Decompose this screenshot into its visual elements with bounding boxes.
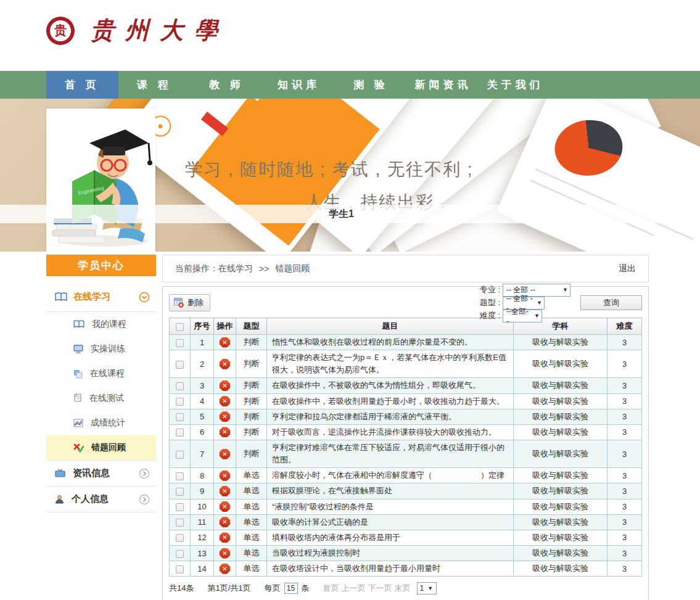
cell-difficulty: 3 <box>607 393 642 409</box>
filter-select-2[interactable]: --全部--▼ <box>503 310 542 323</box>
wrong-review-icon <box>73 443 84 453</box>
main-area: 当前操作： 在线学习 >> 错题回顾 退出 <box>162 255 649 600</box>
remove-row-icon[interactable]: ✕ <box>220 471 230 481</box>
delete-button-label: 删除 <box>187 297 204 308</box>
remove-row-icon[interactable]: ✕ <box>220 411 230 422</box>
cell-subject: 吸收与解吸实验 <box>514 424 607 440</box>
nav-item-0[interactable]: 首 页 <box>46 71 118 99</box>
table-row-10: 10✕单选“液膜控制”吸收过程的条件是吸收与解吸实验3 <box>170 499 642 514</box>
filter-label: 专业 : <box>480 284 500 295</box>
cell-difficulty: 3 <box>607 530 642 545</box>
chart-icon <box>73 419 83 428</box>
filter-label: 题型 : <box>480 297 500 308</box>
table-header-row: 序号操作题型题目学科难度 <box>170 318 642 335</box>
cell-question: 亨利定律对难溶气体在常压下较适应，对易溶气体仅适用于很小的范围。 <box>267 440 514 467</box>
sidebar-subitem-label: 我的课程 <box>92 319 126 330</box>
cell-question: 对于吸收而言，逆流操作比并流操作课获得较大的吸收推动力。 <box>267 424 514 440</box>
row-checkbox[interactable] <box>176 451 184 459</box>
per-page-input[interactable] <box>284 583 298 594</box>
cell-subject: 吸收与解吸实验 <box>514 514 607 530</box>
pie-chart-graphic <box>552 117 625 179</box>
sidebar-subitem-3[interactable]: 在线测试 <box>46 386 156 411</box>
select-all-checkbox[interactable] <box>176 323 184 331</box>
row-checkbox[interactable] <box>176 429 184 437</box>
cell-seq: 2 <box>191 350 214 378</box>
search-button[interactable]: 查询 <box>580 295 642 310</box>
pager-link-0[interactable]: 首页 <box>323 583 339 593</box>
caret-down-icon: ▼ <box>533 300 542 306</box>
nav-item-6[interactable]: 关于我们 <box>479 71 551 99</box>
remove-row-icon[interactable]: ✕ <box>220 548 230 559</box>
chevron-right-circle-icon[interactable] <box>139 468 150 479</box>
sidebar-section-1[interactable]: 个人信息 <box>46 486 156 512</box>
remove-row-icon[interactable]: ✕ <box>220 427 230 437</box>
remove-row-icon[interactable]: ✕ <box>220 396 230 406</box>
book-icon <box>73 320 84 329</box>
column-header: 难度 <box>607 318 642 335</box>
remove-row-icon[interactable]: ✕ <box>220 564 230 574</box>
cell-qtype: 单选 <box>236 499 267 514</box>
remove-row-icon[interactable]: ✕ <box>220 359 230 369</box>
nav-item-3[interactable]: 知识库 <box>263 71 335 99</box>
nav-item-5[interactable]: 新闻资讯 <box>407 71 479 99</box>
page-select[interactable]: 1 ▼ <box>417 582 437 594</box>
chevron-right-circle-icon[interactable] <box>139 494 150 505</box>
row-checkbox[interactable] <box>176 398 184 406</box>
breadcrumb-current: 错题回顾 <box>275 263 310 274</box>
row-checkbox[interactable] <box>176 413 184 421</box>
sidebar-subitem-2[interactable]: 在线课程 <box>46 361 156 386</box>
row-checkbox[interactable] <box>176 534 184 542</box>
nav-item-4[interactable]: 测 验 <box>335 71 407 99</box>
row-checkbox[interactable] <box>176 339 184 347</box>
sidebar-subitem-1[interactable]: 实操训练 <box>46 337 156 361</box>
row-checkbox[interactable] <box>176 361 184 369</box>
table-row-9: 9✕单选根据双膜理论，在气液接触界面处吸收与解吸实验3 <box>170 483 642 499</box>
remove-row-icon[interactable]: ✕ <box>220 532 230 543</box>
row-checkbox[interactable] <box>176 550 184 558</box>
remove-row-icon[interactable]: ✕ <box>220 337 230 348</box>
university-logo[interactable]: 贵 贵州大學 <box>46 15 229 46</box>
pager-link-1[interactable]: 上一页 <box>342 583 366 593</box>
remove-row-icon[interactable]: ✕ <box>220 449 230 459</box>
cell-difficulty: 3 <box>607 499 642 514</box>
wrong-questions-panel: 删除 专业 :-- 全部 --▼题型 :-- 全部 --▼难度 :--全部--▼… <box>162 286 649 600</box>
sidebar-subitem-5[interactable]: 错题回顾 <box>46 435 156 460</box>
cell-difficulty: 3 <box>607 545 642 561</box>
sidebar-section-0[interactable]: 资讯信息 <box>46 460 156 486</box>
remove-row-icon[interactable]: ✕ <box>220 501 230 512</box>
cell-subject: 吸收与解吸实验 <box>514 440 607 467</box>
nav-item-2[interactable]: 教 师 <box>191 71 263 99</box>
per-page-suffix: 条 <box>302 583 310 594</box>
cell-subject: 吸收与解吸实验 <box>514 378 607 393</box>
breadcrumb-separator: >> <box>259 264 269 274</box>
cell-seq: 3 <box>191 378 214 393</box>
row-checkbox[interactable] <box>176 382 184 390</box>
table-row-14: 14✕单选在吸收塔设计中，当吸收剂用量趋于最小用量时吸收与解吸实验3 <box>170 561 642 577</box>
row-checkbox[interactable] <box>176 519 184 527</box>
chevron-down-circle-icon[interactable] <box>139 292 150 303</box>
page-info: 第1页/共1页 <box>207 583 250 594</box>
delete-button[interactable]: 删除 <box>169 294 210 311</box>
row-checkbox[interactable] <box>176 503 184 511</box>
logout-link[interactable]: 退出 <box>619 263 636 274</box>
cell-question: 吸收率的计算公式正确的是 <box>267 514 514 530</box>
sidebar-subitem-4[interactable]: 成绩统计 <box>46 411 156 435</box>
row-checkbox[interactable] <box>176 565 184 573</box>
member-center-header: 学员中心 <box>46 255 156 276</box>
cell-subject: 吸收与解吸实验 <box>514 483 607 499</box>
row-checkbox[interactable] <box>176 488 184 496</box>
sidebar-section-label: 资讯信息 <box>73 467 139 479</box>
sidebar-item-online-learning[interactable]: 在线学习 <box>46 282 156 312</box>
pager-link-3[interactable]: 末页 <box>395 583 411 593</box>
remove-row-icon[interactable]: ✕ <box>220 380 230 391</box>
sidebar-subitem-0[interactable]: 我的课程 <box>46 312 156 337</box>
pager-link-2[interactable]: 下一页 <box>368 583 392 593</box>
remove-row-icon[interactable]: ✕ <box>220 517 230 527</box>
row-checkbox[interactable] <box>176 472 184 480</box>
remove-row-icon[interactable]: ✕ <box>220 486 230 496</box>
column-header: 题型 <box>236 318 267 335</box>
cell-difficulty: 3 <box>607 561 642 577</box>
cell-seq: 6 <box>191 424 214 440</box>
sidebar-section-label: 个人信息 <box>72 493 139 505</box>
nav-item-1[interactable]: 课 程 <box>118 71 191 99</box>
